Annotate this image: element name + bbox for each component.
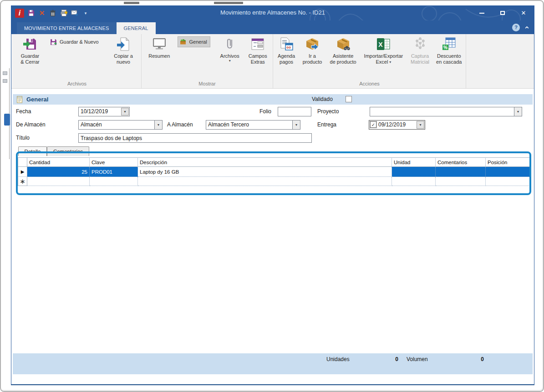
grid-col-descripcion[interactable]: Descripción — [138, 157, 392, 167]
svg-text:X: X — [379, 41, 383, 48]
check-icon: ✓ — [371, 122, 375, 127]
app-window: i ✕ ▾ Movimiento entre Almacenes No. - I… — [11, 5, 534, 385]
grid-col-unidad[interactable]: Unidad — [392, 157, 436, 167]
section-title: General — [26, 96, 48, 103]
ribbon-group-acciones: Agenda pagos Ir a producto — [273, 34, 466, 88]
group-label-archivos: Archivos — [14, 80, 140, 88]
volumen-label: Volumen — [407, 356, 428, 362]
delete-icon[interactable]: ✕ — [38, 9, 46, 17]
general-view-icon — [179, 38, 187, 45]
validado-label: Validado — [312, 96, 333, 102]
background-window-fragment — [214, 2, 243, 4]
new-cell-posicion[interactable] — [486, 177, 530, 186]
fecha-label: Fecha — [16, 108, 31, 115]
grid-col-clave[interactable]: Clave — [90, 157, 138, 167]
de-almacen-dropdown-arrow-icon[interactable]: ▾ — [154, 121, 162, 129]
proyecto-dropdown-arrow-icon[interactable]: ▾ — [514, 107, 522, 116]
grid-row-selected[interactable]: ▶ 25 PROD01 Laptop dy 16 GB — [18, 167, 530, 177]
close-button[interactable]: ✕ — [513, 5, 534, 20]
guardar-cerrar-button[interactable]: Guardar & Cerrar — [14, 34, 46, 80]
new-cell-unidad[interactable] — [392, 177, 436, 186]
cell-cantidad[interactable]: 25 — [27, 167, 90, 177]
proyecto-combobox[interactable]: ▾ — [370, 107, 522, 116]
entrega-label: Entrega — [317, 121, 336, 128]
app-logo-icon[interactable]: i — [15, 9, 24, 18]
grid-new-row-selector[interactable]: ∗ — [18, 177, 27, 186]
ir-a-producto-button[interactable]: Ir a producto — [299, 34, 326, 80]
entrega-dropdown-arrow-icon[interactable]: ▾ — [417, 121, 424, 129]
background-window-fragment — [124, 2, 139, 4]
app-logo-letter: i — [19, 9, 20, 17]
grid-selector-header — [18, 157, 27, 167]
tab-movimiento-entre-almacenes[interactable]: MOVIMIENTO ENTRE ALMACENES — [17, 22, 117, 34]
archivos-small-column: Guardar & Nuevo — [46, 34, 107, 80]
resumen-button[interactable]: Resumen — [142, 34, 176, 80]
tab-detalle[interactable]: Detalle — [18, 146, 47, 156]
a-almacen-dropdown-arrow-icon[interactable]: ▾ — [292, 121, 300, 129]
new-cell-clave[interactable] — [90, 177, 138, 186]
titlebar: i ✕ ▾ Movimiento entre Almacenes No. - I… — [11, 5, 534, 20]
save-icon[interactable] — [27, 9, 35, 17]
ribbon: Guardar & Cerrar Guardar & Nuevo Cop — [11, 34, 534, 89]
monitor-icon — [152, 36, 167, 52]
cell-posicion[interactable] — [486, 167, 530, 177]
titulo-input[interactable] — [78, 133, 312, 143]
general-section-bar: General Validado — [13, 94, 533, 105]
copiar-a-nuevo-button[interactable]: Copiar a nuevo — [107, 34, 139, 80]
minimize-button[interactable] — [471, 5, 492, 20]
new-cell-cantidad[interactable] — [27, 177, 90, 186]
close-icon: ✕ — [521, 10, 526, 16]
unidades-label: Unidades — [326, 356, 350, 362]
importar-exportar-excel-button[interactable]: X Importar/Exportar Excel ▾ — [360, 34, 407, 80]
grid-col-cantidad[interactable]: Cantidad — [27, 157, 90, 167]
help-button[interactable]: ? — [512, 24, 520, 31]
new-cell-descripcion[interactable] — [138, 177, 392, 186]
a-almacen-label: A Almacén — [167, 121, 193, 128]
entrega-checkbox[interactable]: ✓ — [370, 121, 376, 128]
captura-matricial-button: Captura Matricial — [407, 34, 433, 80]
ribbon-group-archivos: Guardar & Cerrar Guardar & Nuevo Cop — [13, 34, 142, 88]
de-almacen-combobox[interactable]: Almacén ▾ — [78, 120, 163, 130]
folio-input[interactable] — [278, 107, 311, 116]
guardar-nuevo-button[interactable]: Guardar & Nuevo — [48, 36, 102, 47]
grid-col-posicion[interactable]: Posición — [486, 157, 530, 167]
campos-extras-button[interactable]: Campos Extras — [244, 34, 272, 80]
grid-col-comentarios[interactable]: Comentarios — [436, 157, 486, 167]
validado-checkbox[interactable] — [346, 96, 352, 102]
screenshot-frame: i ✕ ▾ Movimiento entre Almacenes No. - I… — [0, 0, 544, 392]
descuento-en-cascada-button[interactable]: % Descuento en cascada — [433, 34, 465, 80]
archivos-adjuntos-button[interactable]: Archivos ▾ — [216, 34, 244, 80]
tab-general[interactable]: GENERAL — [117, 22, 156, 34]
asistente-de-producto-button[interactable]: Asistente de producto — [326, 34, 360, 80]
general-toggle-button[interactable]: General — [178, 36, 210, 47]
help-icon: ? — [514, 25, 518, 30]
box-binoculars-icon — [336, 36, 351, 52]
cell-descripcion[interactable]: Laptop dy 16 GB — [138, 167, 392, 177]
print-icon[interactable] — [60, 9, 68, 17]
background-window-fragment — [3, 71, 7, 75]
cell-comentarios[interactable] — [436, 167, 486, 177]
maximize-button[interactable] — [492, 5, 513, 20]
entrega-datepicker[interactable]: ✓ 09/12/2019 ▾ — [369, 120, 425, 130]
qat-customize-dropdown-icon[interactable]: ▾ — [81, 9, 90, 17]
agenda-pagos-button[interactable]: Agenda pagos — [274, 34, 299, 80]
payment-schedule-icon — [279, 36, 294, 52]
tab-comentarios[interactable]: Comentarios — [47, 146, 89, 156]
collapse-ribbon-icon[interactable] — [524, 25, 529, 30]
trash-icon[interactable] — [49, 9, 57, 17]
grid-row-selector[interactable]: ▶ — [18, 167, 27, 177]
a-almacen-combobox[interactable]: Almacén Tercero ▾ — [206, 120, 300, 130]
grid-header-row: Cantidad Clave Descripción Unidad Coment… — [18, 157, 530, 167]
grid-row-new[interactable]: ∗ — [18, 177, 530, 186]
cascade-discount-icon: % — [441, 36, 457, 52]
new-cell-comentarios[interactable] — [436, 177, 486, 186]
paperclip-icon — [222, 36, 238, 52]
box-arrow-icon — [305, 36, 320, 52]
cell-unidad[interactable] — [392, 167, 436, 177]
fecha-combobox[interactable]: 10/12/2019 ▾ — [78, 107, 130, 116]
group-label-acciones: Acciones — [274, 80, 465, 88]
send-mail-icon[interactable] — [71, 9, 79, 17]
unidades-value: 0 — [366, 356, 398, 362]
fecha-dropdown-arrow-icon[interactable]: ▾ — [121, 108, 129, 116]
cell-clave[interactable]: PROD01 — [90, 167, 138, 177]
